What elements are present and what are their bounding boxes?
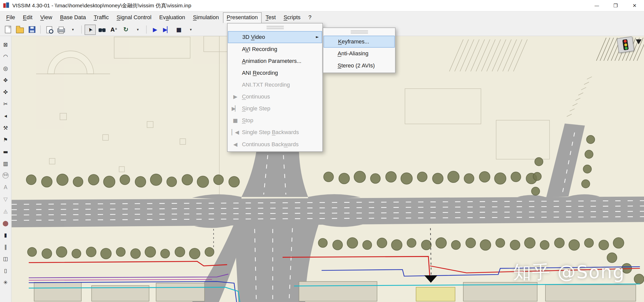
rect-outline-icon: ▯ [4, 268, 7, 273]
menu-presentation[interactable]: Presentation [223, 12, 261, 23]
traffic-light-yellow-dot [624, 43, 627, 46]
section-tool[interactable]: ▯ [1, 265, 10, 275]
menu-gripper[interactable] [227, 23, 322, 31]
step-forward-icon: ▶▏ [232, 106, 238, 112]
open-file-button[interactable] [14, 24, 26, 35]
menu-edit[interactable]: Edit [19, 13, 36, 22]
maximize-button[interactable]: ❐ [606, 0, 625, 11]
titlebar[interactable]: VISSIM 4.30-01 - \\mac\home\desktop\mone… [0, 0, 644, 12]
menu-simulation[interactable]: Simulation [189, 13, 223, 22]
stop-sign-tool[interactable]: ⬤ [1, 218, 10, 228]
route-select-tool[interactable]: ◎ [1, 63, 10, 73]
menu-item-label: Continuous Backwards [242, 141, 298, 147]
conflict-area-tool[interactable]: ◬ [1, 206, 10, 216]
menu-view[interactable]: View [37, 13, 56, 22]
save-button[interactable] [26, 24, 37, 35]
menu-scripts[interactable]: Scripts [280, 13, 304, 22]
menu-item-label: 3D Video [242, 34, 265, 40]
menu-file[interactable]: File [3, 13, 19, 22]
toolbar-separator [146, 26, 147, 34]
menu-item-stereo-2-avis[interactable]: Stereo (2 AVIs) [324, 60, 395, 71]
signal-head-tool[interactable]: ∥ [1, 242, 10, 251]
run-step-button[interactable]: ▶▏ [162, 24, 173, 35]
menu-item-anti-aliasing[interactable]: Anti-Aliasing [324, 47, 395, 59]
watermark: 知乎 @Song [513, 260, 625, 284]
print-preview-button[interactable] [43, 24, 55, 35]
chevron-down-icon: ▾ [190, 28, 192, 32]
cursor-arrow-icon: ➤ [87, 26, 94, 33]
detector-tool[interactable]: ▮ [1, 230, 10, 240]
run-continuous-button[interactable]: ▶ [150, 24, 161, 35]
traffic-light-icon[interactable] [617, 36, 634, 53]
run-options-dropdown[interactable]: ▾ [185, 24, 196, 35]
menu-item-continuous-backwards: ◀Continuous Backwards [228, 138, 322, 150]
vehicle-input-tool[interactable]: ▬ [1, 146, 10, 156]
menu-item-ani-recording[interactable]: ANI Recording [228, 67, 322, 79]
close-button[interactable]: ✕ [625, 0, 644, 11]
vissim-window: VISSIM 4.30-01 - \\mac\home\desktop\mone… [0, 0, 644, 302]
data-point-tool[interactable]: ◫ [1, 254, 10, 263]
a-plus-icon: A⁺ [110, 27, 118, 32]
desired-speed-tool[interactable]: 50 [1, 170, 10, 180]
menu-item-keyframes[interactable]: Keyframes... [324, 36, 395, 47]
menu-evaluation[interactable]: Evaluation [155, 13, 189, 22]
presentation-menu: 3D Video►AVI RecordingAnimation Paramete… [227, 23, 323, 152]
menu-gripper[interactable] [323, 28, 395, 36]
bars-icon: ∥ [4, 244, 7, 249]
left-arrow-icon: ◂ [4, 113, 7, 118]
new-file-icon [5, 26, 11, 33]
yield-triangle-icon: ▽ [4, 196, 8, 202]
redraw-button[interactable]: ↻ [120, 24, 131, 35]
printer-icon [57, 28, 65, 32]
menu-traffic[interactable]: Traffic [90, 13, 112, 22]
print-button[interactable] [55, 24, 66, 35]
minimize-button[interactable]: — [587, 0, 606, 11]
menu-item-icon-gutter: ▶ [228, 93, 242, 99]
menu-base-data[interactable]: Base Data [56, 13, 90, 22]
split-square-icon: ◫ [3, 256, 8, 261]
cut-link-tool[interactable]: ✂ [1, 99, 10, 109]
label-zoom-button[interactable]: A⁺ [108, 24, 120, 35]
network-canvas[interactable]: 知乎 @Song [12, 36, 644, 302]
transit-stop-icon: ▥ [3, 161, 8, 166]
run-stop-button[interactable]: ■ [173, 24, 185, 35]
menu-item-label: Stop [242, 117, 253, 123]
find-button[interactable] [97, 24, 108, 35]
menu-item-avi-recording[interactable]: AVI Recording [228, 43, 322, 55]
menu-item-animation-parameters[interactable]: Animation Parameters... [228, 55, 322, 67]
priority-rule-tool[interactable]: ▽ [1, 194, 10, 204]
menu-item-label: ANI Recording [242, 70, 278, 76]
hand-icon: ✥ [3, 77, 8, 83]
view-options-dropdown[interactable]: ▾ [132, 24, 143, 35]
rotate-icon: ↻ [123, 27, 128, 33]
menu-item-stop: ■Stop [228, 114, 322, 126]
move-tool[interactable]: ✜ [1, 87, 10, 97]
menu-test[interactable]: Test [262, 13, 279, 22]
menu-signal-control[interactable]: Signal Control [113, 13, 155, 22]
menu-item-label: Anti-Aliasing [338, 51, 369, 57]
binoculars-icon [99, 28, 106, 32]
open-folder-icon [16, 27, 24, 33]
node-tool[interactable]: ✳ [1, 278, 10, 287]
menu-help[interactable]: ? [305, 13, 315, 22]
back-tool[interactable]: ◂ [1, 111, 10, 121]
links-tool[interactable]: ⊠ [1, 39, 10, 49]
menu-item-icon-gutter: ◀ [228, 141, 242, 147]
pan-tool[interactable]: ✥ [1, 75, 10, 85]
menu-item-3d-video[interactable]: 3D Video► [228, 31, 322, 43]
save-icon [29, 26, 35, 33]
marker-tool[interactable]: ⚑ [1, 135, 10, 144]
menu-item-single-step-backwards: ▏◀Single Step Backwards [228, 126, 322, 138]
connectors-tool[interactable]: ◠ [1, 51, 10, 61]
menu-item-icon-gutter: ▏◀ [228, 129, 242, 135]
print-options-dropdown[interactable]: ▾ [67, 24, 79, 35]
selection-mode-button[interactable]: ➤ [85, 24, 96, 35]
edit-tool[interactable]: ⚒ [1, 123, 10, 133]
play-icon: ▶ [153, 27, 157, 33]
window-title: VISSIM 4.30-01 - \\mac\home\desktop\mone… [12, 2, 587, 9]
asterisk-icon: ✳ [3, 280, 8, 285]
transit-stop-tool[interactable]: ▥ [1, 158, 10, 168]
play-backward-icon: ◀ [233, 141, 237, 147]
new-network-button[interactable] [3, 24, 14, 35]
reduced-speed-tool[interactable]: A [1, 182, 10, 192]
